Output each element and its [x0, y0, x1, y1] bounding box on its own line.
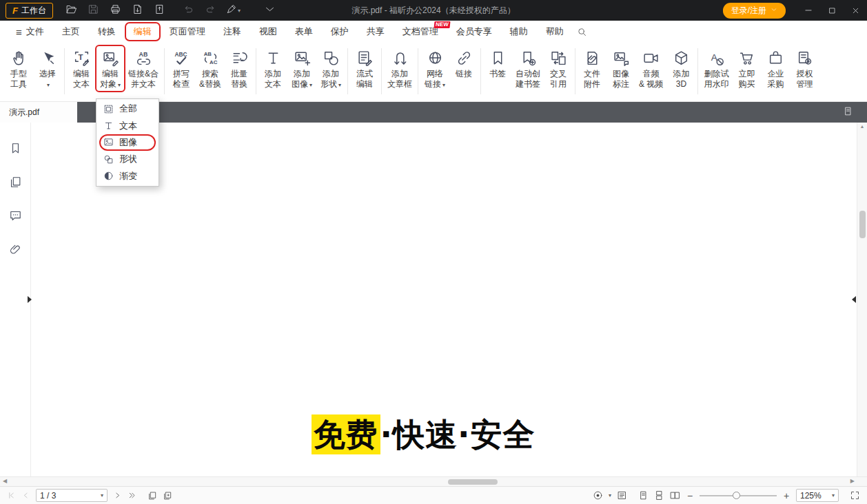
zoom-slider-knob[interactable] — [733, 492, 740, 499]
facing-pages-view-button[interactable] — [670, 490, 680, 501]
snapshot-button[interactable] — [147, 491, 157, 501]
ribbon-button-add-shape[interactable]: 添加形状▾ — [316, 45, 345, 92]
vertical-scroll-thumb[interactable] — [859, 211, 866, 238]
sidebar-attachments-button[interactable] — [9, 243, 22, 259]
close-button[interactable] — [844, 0, 867, 21]
export-button[interactable] — [127, 2, 148, 19]
ribbon-button-remove-trial-watermark[interactable]: A删除试用水印 — [700, 45, 732, 91]
dropdown-item-gradient[interactable]: 渐变 — [96, 168, 159, 185]
menu-item-doc-manage[interactable]: 文档管理NEW — [394, 21, 447, 43]
ribbon-button-batch-replace[interactable]: 批量替换 — [225, 45, 254, 91]
ribbon-button-search-replace[interactable]: ABAC搜索&替换 — [196, 45, 225, 91]
document-tab[interactable]: 演示.pdf — [0, 102, 77, 123]
ribbon-separator — [697, 48, 698, 94]
ribbon-button-audio-video[interactable]: 音频& 视频 — [635, 45, 666, 91]
collapse-toolbar-button[interactable] — [260, 2, 280, 19]
minimize-button[interactable] — [797, 0, 820, 21]
menu-item-protect[interactable]: 保护 — [322, 21, 358, 43]
menu-item-share[interactable]: 共享 — [358, 21, 394, 43]
ribbon-button-add-3d[interactable]: 添加3D — [666, 45, 695, 91]
scroll-right-arrow[interactable]: ▶ — [850, 478, 855, 484]
ribbon-button-add-article-box[interactable]: 添加文章框 — [384, 45, 416, 91]
ribbon-button-edit-object[interactable]: 编辑对象▾ — [96, 45, 125, 92]
ribbon-button-select[interactable]: 选择▾ — [33, 45, 62, 92]
scroll-up-arrow[interactable]: ▲ — [857, 124, 867, 129]
ribbon-button-enterprise-purchase[interactable]: 企业采购 — [761, 45, 790, 91]
zoom-slider[interactable] — [700, 491, 777, 501]
ribbon-button-hand-tool[interactable]: 手型工具 — [4, 45, 33, 91]
sidebar-collapse-arrow[interactable] — [28, 296, 32, 303]
menu-item-page-manage[interactable]: 页面管理 — [161, 21, 214, 43]
first-page-button[interactable] — [7, 491, 16, 500]
flow-icon — [356, 47, 374, 69]
continuous-view-button[interactable] — [654, 490, 664, 501]
fullscreen-button[interactable] — [850, 490, 860, 501]
ribbon-button-auto-bookmark[interactable]: 自动创建书签 — [512, 45, 544, 91]
ribbon-button-flow-edit[interactable]: 流式编辑 — [350, 45, 379, 91]
save-button[interactable] — [83, 2, 104, 19]
sidebar-bookmarks-button[interactable] — [9, 142, 22, 158]
workspace-button[interactable]: F 工作台 — [6, 3, 53, 19]
ribbon-button-web-link[interactable]: 网络链接▾ — [420, 45, 449, 92]
horizontal-scroll-thumb[interactable] — [448, 479, 498, 485]
dropdown-item-all[interactable]: 全部 — [96, 101, 159, 117]
open-button[interactable] — [61, 2, 82, 19]
menu-item-convert[interactable]: 转换 — [89, 21, 125, 43]
menu-item-file[interactable]: ≡文件 — [7, 21, 53, 43]
ribbon-button-license-manage[interactable]: 授权管理 — [790, 45, 819, 91]
ribbon-button-link[interactable]: 链接 — [449, 45, 478, 81]
dropdown-item-image[interactable]: 图像 — [96, 134, 159, 151]
sidebar-comments-button[interactable] — [9, 209, 22, 225]
view-mode-button[interactable] — [593, 490, 603, 501]
dropdown-item-text[interactable]: 文本 — [96, 117, 159, 134]
ribbon-button-edit-text[interactable]: T编辑文本 — [67, 45, 96, 91]
page-number-combobox[interactable]: 1 / 3 ▾ — [36, 489, 108, 502]
menu-item-comment[interactable]: 注释 — [214, 21, 250, 43]
scroll-left-arrow[interactable]: ◀ — [3, 478, 7, 484]
menu-item-home[interactable]: 主页 — [53, 21, 89, 43]
ribbon-button-image-annotation[interactable]: 图像标注 — [606, 45, 635, 91]
search-icon[interactable] — [577, 27, 587, 37]
dropdown-item-shape[interactable]: 形状 — [96, 151, 159, 167]
svg-text:AB: AB — [203, 51, 212, 57]
print-button[interactable] — [105, 2, 126, 19]
sidebar-pages-button[interactable] — [9, 176, 22, 191]
ribbon-button-file-attachment[interactable]: 文件附件 — [578, 45, 606, 91]
pen-setting-button[interactable]: ▾ — [223, 2, 243, 19]
share-button[interactable] — [150, 2, 170, 19]
menu-item-edit[interactable]: 编辑 — [125, 21, 161, 43]
clipboard-button[interactable] — [163, 491, 172, 501]
auto-bm-icon — [520, 47, 537, 69]
ribbon-button-add-text[interactable]: 添加文本 — [258, 45, 287, 91]
menu-item-label: 视图 — [259, 25, 277, 38]
menu-item-view[interactable]: 视图 — [250, 21, 286, 43]
ribbon-button-buy-now[interactable]: 立即购买 — [732, 45, 761, 91]
zoom-level-combobox[interactable]: 125% ▾ — [796, 489, 839, 502]
menu-item-member[interactable]: 会员专享 — [447, 21, 501, 43]
prev-page-button[interactable] — [21, 491, 30, 500]
ribbon-button-bookmark[interactable]: 书签 — [483, 45, 512, 81]
login-register-button[interactable]: 登录/注册 — [723, 3, 786, 19]
text-viewer-button[interactable] — [617, 490, 627, 501]
single-page-view-button[interactable] — [638, 490, 649, 501]
ribbon-button-add-image[interactable]: 添加图像▾ — [287, 45, 316, 92]
zoom-in-button[interactable]: + — [782, 490, 790, 501]
redo-button[interactable] — [201, 2, 221, 19]
rightpanel-collapse-arrow[interactable] — [852, 296, 856, 303]
undo-button[interactable] — [178, 2, 199, 19]
menu-item-assist[interactable]: 辅助 — [501, 21, 537, 43]
ribbon-button-spell-check[interactable]: ABC拼写检查 — [167, 45, 196, 91]
maximize-button[interactable] — [820, 0, 844, 21]
ribbon-label: 文本 — [73, 79, 90, 90]
page-view-icon[interactable] — [843, 106, 853, 119]
ribbon-button-link-merge-text[interactable]: AB链接&合并文本 — [125, 45, 162, 91]
vertical-scrollbar[interactable]: ▲ — [857, 123, 867, 476]
menu-item-form[interactable]: 表单 — [286, 21, 322, 43]
horizontal-scrollbar[interactable]: ◀ ▶ — [0, 476, 867, 486]
ribbon-button-cross-reference[interactable]: 交叉引用 — [544, 45, 573, 91]
zoom-out-button[interactable]: − — [686, 490, 694, 501]
menu-item-help[interactable]: 帮助 — [537, 21, 573, 43]
next-page-button[interactable] — [113, 491, 122, 500]
ribbon-label: 采购 — [767, 79, 784, 90]
last-page-button[interactable] — [127, 491, 136, 500]
